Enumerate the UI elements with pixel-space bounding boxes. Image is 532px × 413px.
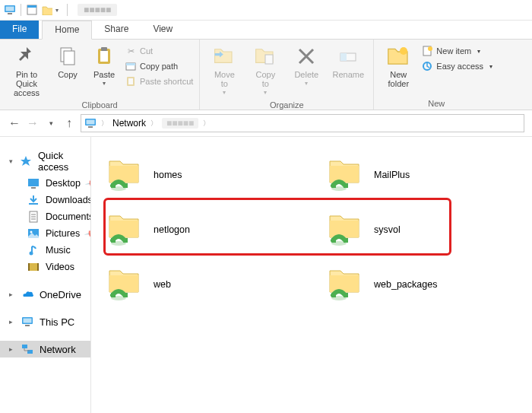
breadcrumb-network[interactable]: Network — [112, 118, 146, 129]
chevron-right-icon: 〉 — [201, 119, 211, 129]
new-folder-button[interactable]: New folder — [378, 43, 418, 90]
cut-button[interactable]: ✂ Cut — [123, 44, 195, 58]
sidebar-quick-access[interactable]: ▾ Quick access — [0, 148, 90, 175]
sidebar-this-pc[interactable]: ▸ This PC — [0, 313, 90, 330]
svg-rect-9 — [64, 51, 74, 65]
nav-forward-button[interactable]: → — [26, 116, 40, 130]
chevron-down-icon: ▾ — [477, 48, 480, 55]
window-title-blur: ■■■■■ — [78, 4, 117, 16]
item-homes[interactable]: homes — [106, 148, 312, 202]
navbar: ← → ▾ ↑ 〉 Network 〉 ■■■■■ 〉 — [0, 110, 532, 137]
svg-rect-12 — [101, 47, 107, 51]
documents-icon — [27, 211, 40, 223]
desktop-icon — [27, 177, 40, 189]
sidebar-network[interactable]: ▸ Network — [0, 341, 90, 357]
expand-caret-icon: ▾ — [9, 157, 15, 165]
copy-path-icon — [125, 60, 137, 72]
pin-icon: 📌 — [84, 176, 91, 191]
ribbon-group-organize: Move to ▾ Copy to ▾ Delete ▾ — [200, 40, 374, 110]
svg-rect-31 — [28, 263, 39, 271]
tab-file[interactable]: File — [0, 21, 39, 39]
new-folder-icon — [386, 44, 410, 68]
item-netlogon[interactable]: netlogon — [106, 202, 312, 257]
qat-customize-chevron[interactable]: ▾ — [55, 7, 63, 14]
nav-back-button[interactable]: ← — [8, 116, 21, 130]
nav-pane: ▾ Quick access Desktop 📌 Downloads 📌 Doc… — [0, 137, 91, 413]
item-web[interactable]: web — [106, 257, 312, 312]
tab-view[interactable]: View — [141, 21, 185, 39]
rename-button[interactable]: Rename — [328, 43, 369, 81]
paste-button[interactable]: Paste ▾ — [87, 43, 122, 90]
item-sysvol[interactable]: sysvol — [327, 202, 532, 257]
easy-access-button[interactable]: Easy access ▾ — [420, 59, 494, 73]
easy-access-icon — [421, 60, 433, 72]
chevron-right-icon: 〉 — [100, 119, 109, 129]
nav-recent-chevron[interactable]: ▾ — [44, 119, 58, 127]
svg-rect-34 — [22, 345, 27, 348]
paste-shortcut-button[interactable]: Paste shortcut — [123, 75, 195, 88]
sidebar-downloads[interactable]: Downloads 📌 — [0, 192, 90, 208]
items-view: homes MailPlus netlogon sysvol web — [91, 137, 532, 413]
sidebar-pictures[interactable]: Pictures 📌 — [0, 225, 90, 242]
pictures-icon — [27, 227, 40, 240]
new-item-icon — [421, 45, 433, 57]
chevron-down-icon: ▾ — [223, 88, 226, 97]
shared-folder-icon — [106, 266, 143, 303]
sidebar-music[interactable]: Music — [0, 242, 90, 259]
copy-to-icon — [253, 44, 277, 68]
address-bar[interactable]: 〉 Network 〉 ■■■■■ 〉 — [81, 114, 524, 132]
copy-button[interactable]: Copy — [50, 43, 85, 81]
window-icon — [3, 3, 17, 17]
delete-button[interactable]: Delete ▾ — [287, 43, 326, 90]
move-to-button[interactable]: Move to ▾ — [204, 43, 244, 99]
copy-to-button[interactable]: Copy to ▾ — [245, 43, 285, 99]
item-mailplus[interactable]: MailPlus — [327, 148, 532, 202]
music-icon — [27, 244, 40, 256]
expand-caret-icon: ▸ — [9, 291, 17, 298]
downloads-icon — [27, 194, 40, 206]
svg-point-22 — [428, 46, 432, 51]
pc-icon — [84, 117, 97, 129]
ribbon-group-label: New — [378, 97, 494, 108]
svg-point-30 — [30, 252, 33, 256]
breadcrumb-host-blur[interactable]: ■■■■■ — [162, 118, 198, 129]
qat-newfolder-icon[interactable] — [40, 3, 54, 17]
delete-icon — [294, 44, 318, 68]
sidebar-documents[interactable]: Documents 📌 — [0, 208, 90, 225]
paste-shortcut-icon — [125, 75, 137, 87]
this-pc-icon — [21, 316, 33, 328]
quick-access-icon — [20, 155, 32, 167]
expand-caret-icon: ▸ — [9, 318, 17, 326]
item-web-packages[interactable]: web_packages — [327, 257, 532, 312]
network-icon — [21, 343, 33, 355]
new-item-button[interactable]: New item ▾ — [420, 44, 494, 58]
svg-rect-25 — [31, 187, 36, 189]
svg-rect-26 — [29, 203, 38, 205]
copy-path-button[interactable]: Copy path — [123, 59, 195, 73]
ribbon-group-new: New folder New item ▾ Easy access ▾ — [374, 40, 499, 110]
svg-rect-24 — [28, 179, 39, 186]
shared-folder-icon — [327, 157, 363, 193]
pin-to-quick-access-button[interactable]: Pin to Quick access — [5, 43, 49, 99]
sidebar-desktop[interactable]: Desktop 📌 — [0, 175, 90, 192]
ribbon-group-label: Organize — [204, 99, 369, 110]
shared-folder-icon — [106, 211, 143, 248]
qat-properties-icon[interactable] — [25, 3, 39, 17]
sidebar-onedrive[interactable]: ▸ OneDrive — [0, 286, 90, 303]
svg-rect-16 — [128, 78, 133, 84]
svg-rect-17 — [265, 55, 273, 64]
tab-share[interactable]: Share — [92, 21, 141, 39]
svg-rect-33 — [37, 263, 39, 271]
chevron-down-icon: ▾ — [103, 79, 106, 88]
chevron-down-icon: ▾ — [305, 79, 308, 88]
chevron-down-icon: ▾ — [489, 63, 492, 70]
svg-rect-32 — [28, 263, 30, 271]
svg-point-29 — [30, 231, 33, 234]
sidebar-videos[interactable]: Videos — [0, 259, 90, 275]
nav-up-button[interactable]: ↑ — [62, 116, 76, 130]
move-to-icon — [212, 44, 236, 68]
cut-icon: ✂ — [125, 45, 137, 57]
tab-home[interactable]: Home — [42, 21, 92, 40]
svg-rect-7 — [27, 5, 36, 8]
chevron-down-icon: ▾ — [264, 88, 267, 97]
